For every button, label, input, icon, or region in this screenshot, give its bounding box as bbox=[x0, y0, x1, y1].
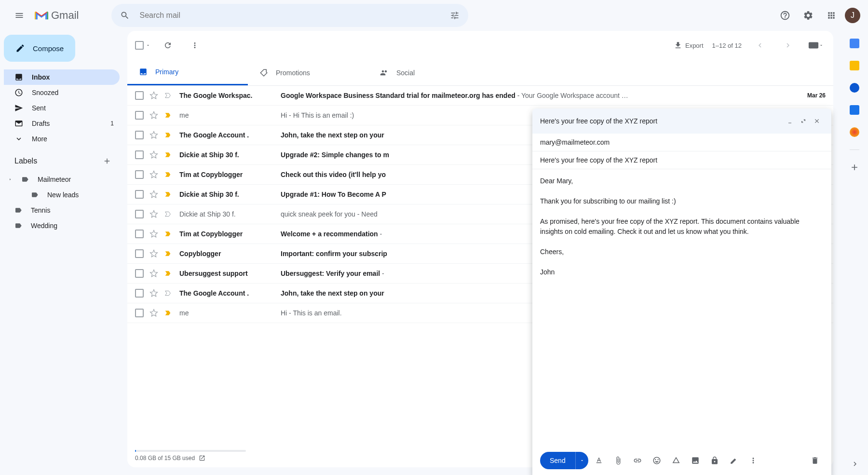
row-checkbox[interactable] bbox=[135, 170, 144, 179]
important-icon[interactable] bbox=[164, 131, 172, 139]
important-icon[interactable] bbox=[164, 289, 172, 297]
star-icon[interactable] bbox=[149, 91, 158, 100]
row-checkbox[interactable] bbox=[135, 249, 144, 258]
to-field[interactable]: mary@mailmeteor.com bbox=[532, 134, 831, 151]
compose-header[interactable]: Here's your free copy of the XYZ report bbox=[532, 109, 831, 134]
main-menu-button[interactable] bbox=[8, 4, 31, 27]
gmail-logo[interactable]: Gmail bbox=[35, 9, 79, 22]
select-dropdown-icon[interactable] bbox=[146, 43, 150, 48]
calendar-addon[interactable] bbox=[850, 39, 859, 48]
label-item[interactable]: New leads bbox=[4, 187, 120, 203]
emoji-button[interactable] bbox=[648, 452, 665, 469]
row-checkbox[interactable] bbox=[135, 210, 144, 218]
tasks-addon[interactable] bbox=[850, 83, 859, 93]
star-icon[interactable] bbox=[149, 249, 158, 258]
plus-icon bbox=[103, 157, 111, 165]
more-actions-button[interactable] bbox=[185, 36, 204, 55]
attach-button[interactable] bbox=[610, 452, 627, 469]
keep-addon[interactable] bbox=[850, 61, 859, 70]
star-icon[interactable] bbox=[149, 131, 158, 139]
important-icon[interactable] bbox=[164, 92, 172, 99]
tab-promotions[interactable]: Promotions bbox=[248, 60, 368, 85]
search-options-button[interactable] bbox=[445, 6, 464, 25]
nav-drafts[interactable]: Drafts1 bbox=[4, 116, 120, 131]
format-button[interactable] bbox=[590, 452, 608, 469]
discard-draft-button[interactable] bbox=[806, 452, 824, 469]
compose-button[interactable]: Compose bbox=[4, 35, 75, 62]
star-icon[interactable] bbox=[149, 269, 158, 278]
account-avatar[interactable]: J bbox=[845, 8, 860, 23]
add-label-button[interactable] bbox=[100, 154, 114, 168]
next-page-button[interactable] bbox=[778, 36, 798, 55]
pencil-icon bbox=[15, 43, 25, 53]
nav-sent[interactable]: Sent bbox=[4, 100, 120, 116]
star-icon[interactable] bbox=[149, 309, 158, 317]
apps-button[interactable] bbox=[822, 6, 841, 25]
star-icon[interactable] bbox=[149, 111, 158, 120]
search-input[interactable] bbox=[135, 11, 445, 20]
star-icon[interactable] bbox=[149, 150, 158, 159]
get-addons-button[interactable] bbox=[850, 163, 859, 172]
row-checkbox[interactable] bbox=[135, 269, 144, 278]
refresh-button[interactable] bbox=[158, 36, 177, 55]
send-button[interactable]: Send bbox=[540, 452, 575, 469]
link-button[interactable] bbox=[629, 452, 646, 469]
contacts-addon[interactable] bbox=[850, 105, 859, 115]
fullscreen-button[interactable] bbox=[797, 114, 810, 128]
row-checkbox[interactable] bbox=[135, 111, 144, 120]
important-icon[interactable] bbox=[164, 250, 172, 258]
row-checkbox[interactable] bbox=[135, 190, 144, 199]
mail-row[interactable]: The Google Workspac.Google Workspace Bus… bbox=[127, 86, 833, 106]
star-icon[interactable] bbox=[149, 289, 158, 298]
important-icon[interactable] bbox=[164, 111, 172, 119]
subject: Google Workspace Business Standard trial… bbox=[281, 92, 792, 99]
more-options-button[interactable] bbox=[745, 452, 762, 469]
label-item[interactable]: Mailmeteor bbox=[4, 172, 120, 187]
close-compose-button[interactable] bbox=[810, 114, 824, 128]
row-checkbox[interactable] bbox=[135, 150, 144, 159]
star-icon[interactable] bbox=[149, 170, 158, 179]
signature-button[interactable] bbox=[725, 452, 743, 469]
subject-field[interactable]: Here's your free copy of the XYZ report bbox=[532, 151, 831, 169]
prev-page-button[interactable] bbox=[750, 36, 770, 55]
support-button[interactable] bbox=[775, 6, 795, 25]
tab-social[interactable]: Social bbox=[368, 60, 489, 85]
hide-side-panel-button[interactable] bbox=[851, 460, 859, 468]
mailmeteor-addon[interactable] bbox=[850, 127, 859, 137]
settings-button[interactable] bbox=[799, 6, 818, 25]
search-button[interactable] bbox=[115, 6, 135, 25]
important-icon[interactable] bbox=[164, 171, 172, 178]
gmail-icon bbox=[35, 10, 48, 21]
important-icon[interactable] bbox=[164, 151, 172, 159]
nav-snoozed[interactable]: Snoozed bbox=[4, 85, 120, 100]
send-options-button[interactable] bbox=[575, 452, 588, 469]
minimize-button[interactable] bbox=[783, 114, 797, 128]
tab-primary[interactable]: Primary bbox=[127, 60, 248, 85]
important-icon[interactable] bbox=[164, 190, 172, 198]
important-icon[interactable] bbox=[164, 210, 172, 218]
important-icon[interactable] bbox=[164, 270, 172, 277]
compose-body[interactable]: Dear Mary, Thank you for subscribing to … bbox=[532, 169, 831, 446]
open-in-new-icon[interactable] bbox=[199, 455, 205, 461]
star-icon[interactable] bbox=[149, 210, 158, 218]
row-checkbox[interactable] bbox=[135, 309, 144, 317]
important-icon[interactable] bbox=[164, 230, 172, 238]
select-all-checkbox[interactable] bbox=[135, 41, 144, 50]
export-button[interactable]: Export bbox=[674, 41, 704, 50]
row-checkbox[interactable] bbox=[135, 91, 144, 100]
row-checkbox[interactable] bbox=[135, 230, 144, 238]
nav-more[interactable]: More bbox=[4, 131, 120, 147]
row-checkbox[interactable] bbox=[135, 131, 144, 139]
label-item[interactable]: Tennis bbox=[4, 203, 120, 218]
star-icon[interactable] bbox=[149, 190, 158, 199]
drive-button[interactable] bbox=[667, 452, 685, 469]
nav-inbox[interactable]: Inbox bbox=[4, 69, 120, 85]
image-button[interactable] bbox=[687, 452, 704, 469]
search-bar[interactable] bbox=[111, 4, 468, 27]
row-checkbox[interactable] bbox=[135, 289, 144, 298]
confidential-button[interactable] bbox=[706, 452, 723, 469]
label-item[interactable]: Wedding bbox=[4, 218, 120, 233]
star-icon[interactable] bbox=[149, 230, 158, 238]
input-tools-button[interactable] bbox=[806, 36, 826, 55]
important-icon[interactable] bbox=[164, 309, 172, 317]
